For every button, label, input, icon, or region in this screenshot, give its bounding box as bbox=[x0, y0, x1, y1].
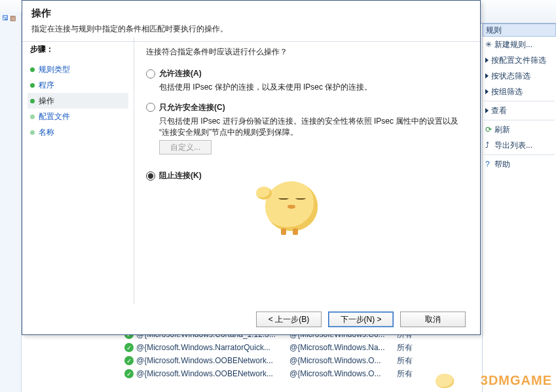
step-profile[interactable]: 配置文件 bbox=[30, 109, 126, 124]
bg-left-strip bbox=[0, 12, 22, 392]
action-view[interactable]: 查看 bbox=[483, 103, 556, 118]
cell-group: @{Microsoft.Windows.Na... bbox=[289, 343, 394, 352]
step-action: 操作 bbox=[28, 93, 128, 109]
back-button[interactable]: < 上一步(B) bbox=[256, 312, 322, 327]
action-label: 帮助 bbox=[494, 159, 510, 170]
option-secure-row[interactable]: 只允许安全连接(C) bbox=[146, 102, 468, 113]
action-label: 按配置文件筛选 bbox=[491, 55, 546, 66]
step-label: 程序 bbox=[39, 80, 54, 91]
refresh-icon: ⟳ bbox=[485, 125, 494, 134]
action-label: 按组筛选 bbox=[491, 86, 523, 98]
save-icon: 🖫 bbox=[2, 14, 9, 22]
option-secure: 只允许安全连接(C) 只包括使用 IPsec 进行身份验证的连接。连接的安全性将… bbox=[146, 102, 468, 162]
action-label: 查看 bbox=[491, 105, 507, 116]
dialog-footer: < 上一步(B) 下一步(N) > 取消 bbox=[22, 304, 480, 334]
cell-profile: 所有 bbox=[397, 368, 423, 380]
new-rule-icon: ✳ bbox=[485, 40, 494, 49]
action-help[interactable]: ?帮助 bbox=[483, 156, 556, 172]
table-row[interactable]: ✓@{Microsoft.Windows.OOBENetwork...@{Mic… bbox=[124, 354, 482, 367]
chevron-right-icon bbox=[485, 73, 489, 79]
action-label: 新建规则... bbox=[494, 39, 532, 50]
action-filter-group[interactable]: 按组筛选 bbox=[483, 84, 556, 99]
step-bullet-icon bbox=[30, 99, 35, 103]
step-label: 名称 bbox=[39, 127, 54, 138]
separator bbox=[484, 154, 555, 155]
new-rule-wizard-dialog: 操作 指定在连接与规则中指定的条件相匹配时要执行的操作。 步骤： 规则类型 程序… bbox=[22, 0, 481, 335]
actions-pane-selected[interactable]: 规则 bbox=[483, 24, 556, 37]
option-allow-label: 允许连接(A) bbox=[159, 68, 202, 79]
separator bbox=[484, 101, 555, 101]
separator bbox=[484, 120, 555, 120]
option-block-label: 阻止连接(K) bbox=[159, 170, 202, 181]
radio-secure[interactable] bbox=[146, 103, 155, 112]
steps-heading: 步骤： bbox=[30, 44, 126, 55]
chevron-right-icon bbox=[485, 108, 489, 113]
chevron-right-icon bbox=[485, 89, 489, 94]
action-label: 导出列表... bbox=[494, 140, 532, 151]
step-program[interactable]: 程序 bbox=[30, 77, 126, 93]
bg-corner-icons: 🖫 ▧ bbox=[2, 14, 16, 22]
step-bullet-icon bbox=[30, 130, 35, 135]
action-filter-state[interactable]: 按状态筛选 bbox=[483, 68, 556, 84]
help-icon: ? bbox=[485, 160, 494, 169]
step-label: 配置文件 bbox=[39, 111, 70, 122]
cell-profile: 所有 bbox=[397, 355, 423, 366]
cell-name: @{Microsoft.Windows.OOBENetwork... bbox=[136, 369, 287, 378]
actions-pane: 规则 ✳新建规则... 按配置文件筛选 按状态筛选 按组筛选 查看 ⟳刷新 ⤴导… bbox=[482, 24, 556, 392]
cell-name: @{Microsoft.Windows.NarratorQuick... bbox=[136, 343, 287, 352]
rules-list: ✓@{Microsoft.Windows.Cortana_1.12.3...@{… bbox=[124, 328, 482, 385]
table-row[interactable]: ✓@{Microsoft.Windows.OOBENetwork...@{Mic… bbox=[124, 367, 482, 380]
step-label: 操作 bbox=[39, 96, 54, 107]
step-label: 规则类型 bbox=[39, 64, 70, 75]
chevron-right-icon bbox=[485, 58, 489, 63]
dialog-body: 步骤： 规则类型 程序 操作 配置文件 名称 bbox=[22, 37, 480, 304]
action-new-rule[interactable]: ✳新建规则... bbox=[483, 37, 556, 52]
export-icon: ⤴ bbox=[485, 141, 494, 150]
status-ok-icon: ✓ bbox=[124, 356, 134, 365]
step-rule-type[interactable]: 规则类型 bbox=[30, 62, 126, 77]
step-bullet-icon bbox=[30, 67, 35, 72]
table-row[interactable]: ✓@{Microsoft.Windows.NarratorQuick...@{M… bbox=[124, 341, 482, 354]
step-name[interactable]: 名称 bbox=[30, 124, 126, 140]
cell-profile: 所有 bbox=[397, 342, 423, 353]
folder-icon: ▧ bbox=[10, 14, 16, 22]
status-ok-icon: ✓ bbox=[124, 343, 134, 352]
action-label: 按状态筛选 bbox=[491, 71, 530, 82]
main-column: 连接符合指定条件时应该进行什么操作？ 允许连接(A) 包括使用 IPsec 保护… bbox=[134, 37, 480, 304]
option-block: 阻止连接(K) bbox=[146, 170, 468, 181]
next-button[interactable]: 下一步(N) > bbox=[328, 312, 394, 327]
radio-allow[interactable] bbox=[146, 69, 155, 79]
option-secure-label: 只允许安全连接(C) bbox=[159, 102, 225, 113]
cell-group: @{Microsoft.Windows.O... bbox=[289, 369, 394, 378]
dialog-title: 操作 bbox=[31, 7, 471, 20]
steps-column: 步骤： 规则类型 程序 操作 配置文件 名称 bbox=[22, 37, 134, 304]
question-text: 连接符合指定条件时应该进行什么操作？ bbox=[146, 46, 468, 58]
option-block-row[interactable]: 阻止连接(K) bbox=[146, 170, 468, 181]
step-bullet-icon bbox=[30, 115, 35, 119]
status-ok-icon: ✓ bbox=[124, 369, 134, 378]
step-bullet-icon bbox=[30, 83, 35, 88]
option-allow: 允许连接(A) 包括使用 IPsec 保护的连接，以及未使用 IPsec 保护的… bbox=[146, 68, 468, 93]
option-allow-desc: 包括使用 IPsec 保护的连接，以及未使用 IPsec 保护的连接。 bbox=[159, 82, 468, 93]
option-allow-row[interactable]: 允许连接(A) bbox=[146, 68, 468, 79]
action-label: 刷新 bbox=[494, 124, 510, 135]
dialog-description: 指定在连接与规则中指定的条件相匹配时要执行的操作。 bbox=[31, 24, 471, 35]
action-refresh[interactable]: ⟳刷新 bbox=[483, 122, 556, 137]
cancel-button[interactable]: 取消 bbox=[400, 312, 466, 327]
cell-group: @{Microsoft.Windows.O... bbox=[289, 356, 394, 365]
customize-button: 自定义... bbox=[159, 140, 212, 154]
radio-block[interactable] bbox=[146, 171, 155, 181]
dialog-header: 操作 指定在连接与规则中指定的条件相匹配时要执行的操作。 bbox=[22, 1, 480, 42]
option-secure-desc: 只包括使用 IPsec 进行身份验证的连接。连接的安全性将依照 IPsec 属性… bbox=[159, 116, 468, 138]
action-filter-profile[interactable]: 按配置文件筛选 bbox=[483, 52, 556, 68]
cell-name: @{Microsoft.Windows.OOBENetwork... bbox=[136, 356, 287, 365]
action-export[interactable]: ⤴导出列表... bbox=[483, 137, 556, 153]
